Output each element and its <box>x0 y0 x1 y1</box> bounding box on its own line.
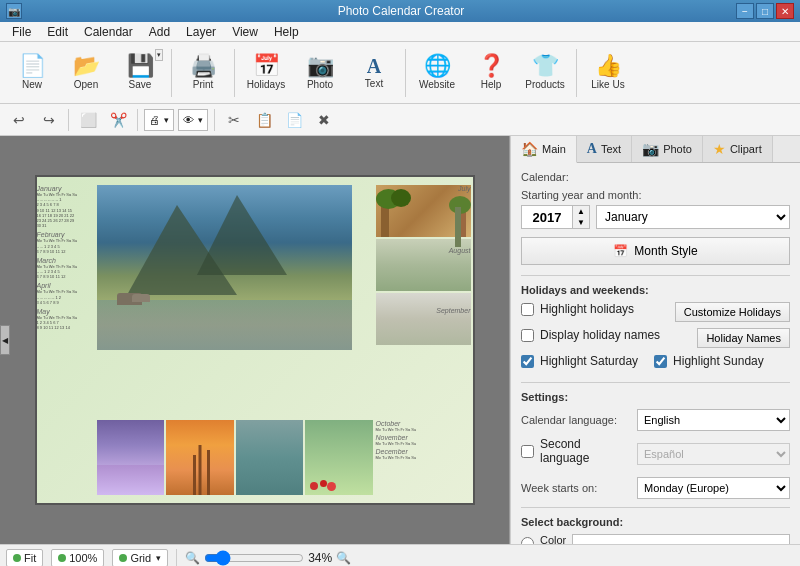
panel-tabs: 🏠 Main A Text 📷 Photo ★ Clipart <box>511 136 800 163</box>
tab-photo[interactable]: 📷 Photo <box>632 136 703 162</box>
highlight-sunday-checkbox[interactable] <box>654 355 667 368</box>
panel-content: Calendar: Starting year and month: 2017 … <box>511 163 800 544</box>
zoom-100-label: 100% <box>69 552 97 564</box>
likeus-icon: 👍 <box>595 55 622 77</box>
save-dropdown-arrow[interactable]: ▾ <box>155 49 163 61</box>
settings-section-title: Settings: <box>521 391 790 403</box>
text-tab-icon: A <box>587 141 597 157</box>
bg-color-row: Color <box>521 534 790 544</box>
menu-layer[interactable]: Layer <box>178 23 224 41</box>
menu-view[interactable]: View <box>224 23 266 41</box>
menu-help[interactable]: Help <box>266 23 307 41</box>
zoom-plus-icon[interactable]: 🔍 <box>336 551 351 565</box>
second-language-label: Second language <box>540 437 631 465</box>
website-button[interactable]: 🌐 Website <box>411 46 463 100</box>
tab-text[interactable]: A Text <box>577 136 632 162</box>
redo-button[interactable]: ↪ <box>36 108 62 132</box>
text-icon: A <box>367 56 381 76</box>
month-select[interactable]: January February March April May June Ju… <box>596 205 790 229</box>
language-row: Calendar language: English Español Franç… <box>521 409 790 431</box>
week-starts-row: Week starts on: Monday (Europe) Sunday (… <box>521 477 790 499</box>
second-language-checkbox[interactable] <box>521 445 534 458</box>
year-up-button[interactable]: ▲ <box>573 206 589 217</box>
panel-toggle-handle[interactable]: ◀ <box>0 325 10 355</box>
tab-text-label: Text <box>601 143 621 155</box>
background-options: Color Gradient Type: Vertical Horizontal… <box>521 534 790 544</box>
year-down-button[interactable]: ▼ <box>573 217 589 228</box>
week-starts-select[interactable]: Monday (Europe) Sunday (US) Saturday <box>637 477 790 499</box>
year-month-row: 2017 ▲ ▼ January February March April Ma… <box>521 205 790 229</box>
print-button[interactable]: 🖨️ Print <box>177 46 229 100</box>
zoom-minus-icon[interactable]: 🔍 <box>185 551 200 565</box>
crop-button[interactable]: ✂️ <box>105 108 131 132</box>
grid-button[interactable]: Grid ▾ <box>112 549 168 567</box>
save-button[interactable]: 💾 Save ▾ <box>114 46 166 100</box>
print-icon: 🖨️ <box>190 55 217 77</box>
holidays-button[interactable]: 📅 Holidays <box>240 46 292 100</box>
second-language-select[interactable]: Español <box>637 443 790 465</box>
main-area: ◀ <box>0 136 800 544</box>
fit-button[interactable]: Fit <box>6 549 43 567</box>
open-button[interactable]: 📂 Open <box>60 46 112 100</box>
delete-button[interactable]: ✖ <box>311 108 337 132</box>
highlight-sunday-label: Highlight Sunday <box>673 354 764 368</box>
likeus-button[interactable]: 👍 Like Us <box>582 46 634 100</box>
products-button[interactable]: 👕 Products <box>519 46 571 100</box>
tab-main[interactable]: 🏠 Main <box>511 136 577 163</box>
highlight-holidays-row: Highlight holidays Customize Holidays <box>521 302 790 322</box>
tab-clipart[interactable]: ★ Clipart <box>703 136 773 162</box>
print-options-dropdown[interactable]: 🖨 ▾ <box>144 109 174 131</box>
menu-edit[interactable]: Edit <box>39 23 76 41</box>
divider-2 <box>521 382 790 383</box>
menu-calendar[interactable]: Calendar <box>76 23 141 41</box>
paste-button[interactable]: 📄 <box>281 108 307 132</box>
tb2-sep-1 <box>68 109 69 131</box>
menu-bar: File Edit Calendar Add Layer View Help <box>0 22 800 42</box>
month-style-button[interactable]: 📅 Month Style <box>521 237 790 265</box>
display-holiday-names-checkbox[interactable] <box>521 329 534 342</box>
copy-button[interactable]: 📋 <box>251 108 277 132</box>
zoom-slider[interactable] <box>204 550 304 566</box>
grid-indicator <box>119 554 127 562</box>
maximize-button[interactable]: □ <box>756 3 774 19</box>
highlight-holidays-checkbox-row: Highlight holidays <box>521 302 634 316</box>
cut-button[interactable]: ✂ <box>221 108 247 132</box>
year-spinner[interactable]: 2017 ▲ ▼ <box>521 205 590 229</box>
photo-button[interactable]: 📷 Photo <box>294 46 346 100</box>
holiday-names-button[interactable]: Holiday Names <box>697 328 790 348</box>
menu-add[interactable]: Add <box>141 23 178 41</box>
select-button[interactable]: ⬜ <box>75 108 101 132</box>
close-button[interactable]: ✕ <box>776 3 794 19</box>
bg-color-preview[interactable] <box>572 534 790 544</box>
menu-file[interactable]: File <box>4 23 39 41</box>
grid-dropdown-arrow[interactable]: ▾ <box>156 553 161 563</box>
undo-button[interactable]: ↩ <box>6 108 32 132</box>
toolbar-separator-2 <box>234 49 235 97</box>
zoom-100-button[interactable]: 100% <box>51 549 104 567</box>
help-button[interactable]: ❓ Help <box>465 46 517 100</box>
title-bar: 📷 Photo Calendar Creator − □ ✕ <box>0 0 800 22</box>
bg-color-radio[interactable] <box>521 537 534 545</box>
view-options-dropdown[interactable]: 👁 ▾ <box>178 109 208 131</box>
right-bottom-months: October Mo Tu We Th Fr Sa Su November Mo… <box>376 420 471 495</box>
calendar-label: Calendar: <box>521 171 790 183</box>
main-toolbar: 📄 New 📂 Open 💾 Save ▾ 🖨️ Print 📅 Holiday… <box>0 42 800 104</box>
zoom-value: 34% <box>308 551 332 565</box>
app-title: Photo Calendar Creator <box>66 4 736 18</box>
bg-color-label: Color <box>540 534 566 544</box>
display-holiday-names-checkbox-row: Display holiday names <box>521 328 660 342</box>
minimize-button[interactable]: − <box>736 3 754 19</box>
text-button[interactable]: A Text <box>348 46 400 100</box>
canvas-scroll[interactable]: January Mo Tu We Th Fr Sa Su-- -- -- -- … <box>0 136 509 544</box>
help-icon: ❓ <box>478 55 505 77</box>
highlight-holidays-checkbox[interactable] <box>521 303 534 316</box>
new-button[interactable]: 📄 New <box>6 46 58 100</box>
left-calendar-column: January Mo Tu We Th Fr Sa Su-- -- -- -- … <box>37 185 95 334</box>
year-input[interactable]: 2017 <box>522 210 572 225</box>
second-language-checkbox-row: Second language <box>521 437 631 465</box>
customize-holidays-button[interactable]: Customize Holidays <box>675 302 790 322</box>
highlight-sunday-row: Highlight Sunday <box>654 354 764 368</box>
grid-label: Grid <box>130 552 151 564</box>
highlight-saturday-checkbox[interactable] <box>521 355 534 368</box>
language-select[interactable]: English Español Français <box>637 409 790 431</box>
